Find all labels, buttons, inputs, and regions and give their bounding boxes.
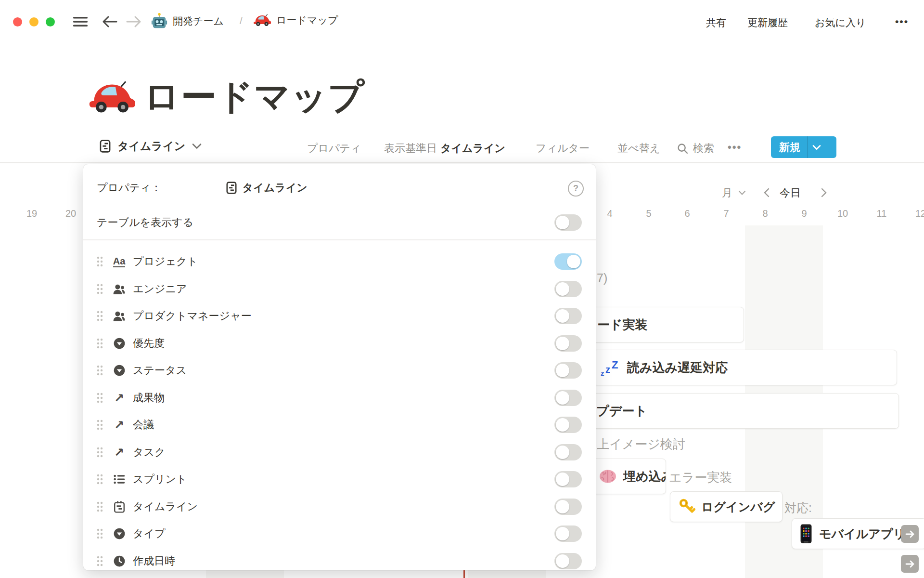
minimize-button[interactable] (29, 17, 38, 26)
menu-icon[interactable] (73, 16, 88, 27)
card-title: プデート (596, 403, 647, 420)
new-chevron-down-icon[interactable] (808, 144, 826, 150)
property-row[interactable]: ステータス (83, 358, 596, 382)
clock-icon (113, 555, 126, 568)
zzz-emoji: z z Z (600, 358, 621, 377)
toggle-off[interactable] (554, 553, 582, 569)
property-row[interactable]: エンジニア (83, 277, 596, 301)
group-by-label[interactable]: 表示基準日 (384, 141, 437, 156)
next-period-icon[interactable] (821, 188, 827, 197)
toggle-off[interactable] (554, 362, 582, 379)
drag-handle-icon[interactable] (97, 501, 103, 512)
drag-handle-icon[interactable] (97, 474, 103, 485)
toggle-off[interactable] (554, 444, 582, 460)
page-title[interactable]: ロードマップ (144, 73, 365, 121)
back-icon[interactable] (102, 15, 117, 28)
breadcrumb-page-label: ロードマップ (276, 13, 338, 27)
more-icon[interactable]: ••• (895, 16, 909, 27)
properties-panel-header: プロパティ： タイムライン ? (83, 176, 596, 200)
property-row[interactable]: スプリント (83, 467, 596, 491)
new-button[interactable]: 新規 (771, 136, 836, 158)
brain-emoji (598, 468, 617, 485)
card-title: ログインバグ (701, 499, 775, 515)
toggle-off[interactable] (554, 308, 582, 324)
toggle-off[interactable] (554, 525, 582, 542)
person-icon (113, 283, 126, 296)
help-icon[interactable]: ? (568, 181, 584, 197)
property-row[interactable]: 優先度 (83, 331, 596, 355)
property-name: 会議 (133, 418, 154, 432)
key-emoji (678, 498, 695, 515)
property-row[interactable]: ↗ 会議 (83, 413, 596, 437)
timeline-card[interactable]: ログインバグ (670, 491, 783, 522)
drag-handle-icon[interactable] (97, 447, 103, 458)
properties-panel: プロパティ： タイムライン ? テーブルを表示する Aa プロジェクト エンジニ… (83, 164, 596, 570)
drag-handle-icon[interactable] (97, 338, 103, 349)
property-row[interactable]: Aa プロジェクト (83, 250, 596, 274)
toggle-off[interactable] (554, 390, 582, 406)
toggle-on[interactable] (554, 253, 582, 270)
share-button[interactable]: 共有 (706, 16, 726, 29)
timeline-card[interactable]: z z Z 読み込み遅延対応 (593, 350, 897, 385)
property-row[interactable]: ↗ タスク (83, 440, 596, 464)
chevron-down-icon[interactable] (738, 190, 746, 196)
close-button[interactable] (13, 17, 22, 26)
properties-button[interactable]: プロパティ (307, 141, 361, 156)
property-row[interactable]: タイプ (83, 522, 596, 546)
forward-icon[interactable] (126, 15, 141, 28)
sort-button[interactable]: 並べ替え (617, 141, 660, 156)
drag-handle-icon[interactable] (97, 420, 103, 430)
card-title: ード実装 (597, 316, 648, 333)
timeline-item-label[interactable]: 上イメージ検討 (597, 436, 685, 453)
today-button[interactable]: 今日 (780, 186, 801, 200)
drag-handle-icon[interactable] (97, 393, 103, 403)
toggle-off[interactable] (554, 214, 582, 231)
table-toggle-row[interactable]: テーブルを表示する (83, 210, 596, 235)
group-by-value[interactable]: タイムライン (440, 141, 505, 156)
toggle-off[interactable] (554, 281, 582, 297)
drag-handle-icon[interactable] (97, 528, 103, 539)
search-button[interactable]: 検索 (677, 141, 714, 156)
view-tab-label: タイムライン (117, 139, 185, 154)
drag-handle-icon[interactable] (97, 311, 103, 321)
scroll-to-item-badge[interactable] (901, 555, 919, 573)
date-label: 10 (837, 208, 848, 219)
drag-handle-icon[interactable] (97, 284, 103, 294)
property-row[interactable]: 作成日時 (83, 549, 596, 570)
panel-view-name: タイムライン (243, 181, 308, 195)
date-label: 7 (723, 208, 729, 219)
drag-handle-icon[interactable] (97, 556, 103, 566)
relation-icon: ↗ (113, 392, 126, 405)
date-label: 11 (877, 208, 887, 219)
prev-period-icon[interactable] (763, 188, 770, 197)
toolbar-more-icon[interactable]: ••• (728, 141, 742, 154)
toggle-off[interactable] (554, 417, 582, 433)
property-name: プロダクトマネージャー (133, 309, 252, 323)
toggle-off[interactable] (554, 335, 582, 352)
breadcrumb-team[interactable]: 開発チーム (151, 13, 224, 30)
property-row[interactable]: タイムライン (83, 495, 596, 519)
toggle-off[interactable] (554, 499, 582, 515)
date-label: 9 (801, 208, 807, 219)
zoom-button[interactable] (46, 17, 55, 26)
svg-text:z: z (601, 369, 604, 377)
search-icon (677, 143, 689, 155)
view-tab-timeline[interactable]: タイムライン (99, 139, 202, 154)
property-name: 作成日時 (133, 554, 175, 568)
relation-icon: ↗ (113, 419, 126, 432)
scroll-to-item-badge[interactable] (901, 525, 919, 543)
timeline-icon (113, 500, 126, 513)
property-row[interactable]: ↗ 成果物 (83, 386, 596, 410)
favorite-button[interactable]: お気に入り (815, 16, 866, 29)
toggle-off[interactable] (554, 471, 582, 487)
updates-button[interactable]: 更新履歴 (747, 16, 788, 29)
filter-button[interactable]: フィルター (536, 141, 590, 156)
zoom-unit-dropdown[interactable]: 月 (722, 186, 732, 200)
property-row[interactable]: プロダクトマネージャー (83, 304, 596, 328)
property-name: エンジニア (133, 282, 187, 296)
drag-handle-icon[interactable] (97, 365, 103, 376)
select-icon (113, 527, 126, 540)
breadcrumb-page[interactable]: ロードマップ (253, 13, 338, 27)
drag-handle-icon[interactable] (97, 256, 103, 267)
top-bar: 開発チーム / ロードマップ 共有 更新履歴 お気に入り ••• (0, 0, 924, 39)
